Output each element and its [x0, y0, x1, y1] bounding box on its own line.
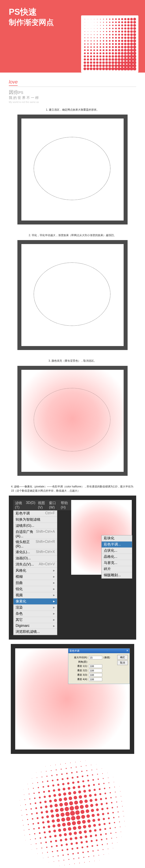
svg-point-585 — [102, 844, 103, 845]
svg-point-131 — [105, 58, 108, 61]
svg-point-546 — [93, 856, 94, 856]
menubar-item[interactable]: 窗口(W) — [49, 501, 58, 509]
svg-point-297 — [23, 789, 24, 790]
svg-point-311 — [28, 788, 29, 789]
svg-point-108 — [103, 40, 104, 41]
svg-point-114 — [102, 58, 105, 61]
svg-point-550 — [86, 770, 87, 771]
svg-point-353 — [43, 826, 45, 829]
svg-point-50 — [94, 19, 94, 19]
dropdown-item[interactable]: 油画(O)... — [14, 555, 57, 561]
svg-point-59 — [93, 46, 95, 48]
submenu-item[interactable]: 马赛克... — [102, 560, 132, 566]
svg-point-41 — [91, 43, 92, 44]
svg-point-347 — [39, 797, 41, 799]
dropdown-item[interactable]: 模糊▸ — [14, 574, 57, 580]
svg-point-74 — [97, 40, 98, 41]
channel-input[interactable] — [89, 669, 102, 672]
submenu-item[interactable]: 点状化... — [102, 548, 132, 554]
svg-point-68 — [97, 22, 97, 23]
ok-button[interactable]: 确定 — [117, 655, 128, 659]
svg-point-345 — [38, 787, 39, 788]
filter-dropdown[interactable]: 彩色半调Ctrl+F 转换为智能滤镜 滤镜库(G)... 自适应广角(A)...… — [13, 510, 57, 635]
svg-point-624 — [107, 773, 108, 773]
svg-point-307 — [30, 839, 31, 840]
svg-point-7 — [84, 40, 86, 41]
svg-point-28 — [87, 52, 89, 54]
svg-point-130 — [105, 55, 108, 57]
submenu-item[interactable]: 彩色半调... — [102, 541, 132, 548]
dropdown-item[interactable]: 锐化▸ — [14, 586, 57, 592]
dropdown-item[interactable]: 滤镜库(G)... — [14, 523, 57, 529]
svg-point-555 — [89, 794, 92, 797]
svg-point-508 — [76, 771, 77, 773]
svg-point-200 — [118, 61, 121, 64]
svg-point-410 — [55, 808, 59, 812]
dropdown-item[interactable]: 像素化▸ — [14, 598, 57, 604]
dropdown-item[interactable]: 浏览联机滤镜... — [14, 629, 57, 635]
channel-input[interactable] — [89, 678, 102, 681]
svg-point-488 — [72, 777, 74, 779]
dropdown-item[interactable]: 视频▸ — [14, 592, 57, 598]
menubar-item[interactable]: 3D(D) — [26, 501, 35, 509]
submenu-item[interactable]: 彩块化 — [102, 535, 132, 541]
dropdown-item[interactable]: 自适应广角(A)...Shift+Ctrl+A — [14, 529, 57, 539]
svg-point-497 — [77, 820, 81, 825]
svg-point-580 — [97, 818, 100, 821]
svg-point-418 — [62, 849, 63, 851]
close-icon[interactable]: ✕ — [126, 649, 128, 653]
dropdown-item[interactable]: 彩色半调Ctrl+F — [14, 510, 57, 517]
dropdown-item[interactable]: 镜头校正(R)...Shift+Ctrl+R — [14, 539, 57, 549]
menubar-item[interactable]: 滤镜(T) — [15, 501, 23, 509]
dropdown-item[interactable]: 渲染▸ — [14, 604, 57, 611]
channel-input[interactable] — [89, 673, 102, 677]
menubar-item[interactable]: 帮助(H) — [61, 501, 69, 509]
step-1-frame — [18, 115, 127, 224]
dropdown-item[interactable]: 风格化▸ — [14, 568, 57, 574]
max-radius-input[interactable] — [89, 656, 102, 659]
pixelate-submenu[interactable]: 彩块化彩色半调...点状化...晶格化...马赛克...碎片铜版雕刻... — [101, 535, 132, 579]
svg-point-453 — [65, 811, 70, 816]
dropdown-item[interactable]: 液化(L)...Shift+Ctrl+X — [14, 549, 57, 555]
dropdown-item[interactable]: 杂色▸ — [14, 611, 57, 617]
svg-point-541 — [89, 830, 92, 833]
submenu-item[interactable]: 铜版雕刻... — [102, 572, 132, 579]
svg-point-372 — [48, 825, 50, 828]
dropdown-item[interactable]: 其它▸ — [14, 617, 57, 623]
svg-point-249 — [127, 55, 130, 58]
dropdown-item[interactable]: 消失点(V)...Alt+Ctrl+V — [14, 561, 57, 568]
menubar-item[interactable]: 视图(V) — [38, 501, 46, 509]
dropdown-item[interactable]: 转换为智能滤镜 — [14, 517, 57, 523]
svg-point-639 — [113, 777, 113, 777]
svg-point-273 — [133, 24, 136, 27]
svg-point-6 — [84, 37, 85, 38]
svg-point-542 — [90, 835, 92, 837]
step-3-frame — [18, 366, 127, 476]
svg-point-587 — [103, 855, 104, 855]
svg-point-195 — [118, 46, 120, 48]
svg-point-570 — [92, 770, 92, 770]
channel-input[interactable] — [89, 664, 102, 668]
svg-point-193 — [118, 40, 120, 42]
svg-point-294 — [24, 830, 24, 831]
svg-point-128 — [106, 49, 108, 51]
svg-point-281 — [133, 49, 136, 52]
svg-point-272 — [133, 21, 136, 24]
submenu-item[interactable]: 晶格化... — [102, 554, 132, 560]
cancel-button[interactable]: 取消 — [117, 660, 128, 665]
dropdown-item[interactable]: Digimarc▸ — [14, 623, 57, 629]
dropdown-item[interactable]: 扭曲▸ — [14, 580, 57, 586]
svg-point-322 — [36, 843, 37, 844]
svg-point-53 — [94, 28, 95, 29]
svg-point-228 — [124, 43, 126, 45]
svg-point-78 — [96, 52, 98, 54]
svg-point-434 — [62, 823, 66, 827]
svg-point-512 — [78, 790, 81, 794]
svg-point-358 — [47, 852, 48, 853]
svg-point-390 — [51, 814, 54, 818]
halftone-sample-top — [81, 16, 138, 72]
svg-point-633 — [113, 817, 115, 818]
submenu-item[interactable]: 碎片 — [102, 566, 132, 572]
svg-point-33 — [87, 67, 90, 70]
svg-point-38 — [91, 34, 92, 35]
